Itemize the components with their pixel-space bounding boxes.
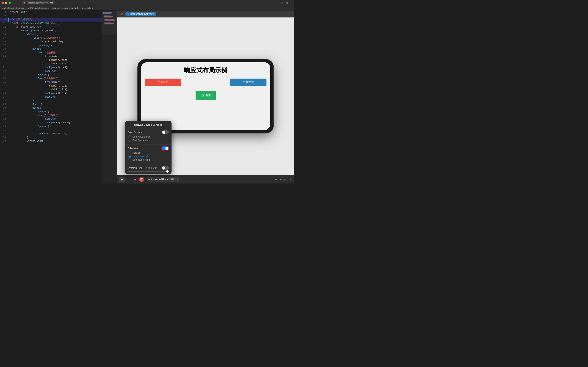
line-content[interactable]: .width * 0.3) xyxy=(9,88,102,92)
line-number: 20 xyxy=(0,55,8,58)
main-area: 8import SwiftUI910/// 响应式视图案例11struct Re… xyxy=(0,10,294,184)
line-content[interactable]: var body: some View { xyxy=(9,25,102,29)
line-content[interactable]: .padding() xyxy=(9,117,102,121)
play-button[interactable]: ▶ xyxy=(119,177,125,182)
landscape-right-radio-dot xyxy=(129,158,131,161)
line-content[interactable]: .padding() xyxy=(9,44,102,47)
line-content[interactable]: VStack { xyxy=(9,33,102,36)
line-content[interactable]: } xyxy=(9,99,102,103)
code-lines[interactable]: 8import SwiftUI910/// 响应式视图案例11struct Re… xyxy=(0,10,102,184)
landscape-left-label: Landscape Left xyxy=(132,155,148,158)
orientation-toggle[interactable] xyxy=(162,146,169,150)
line-number: 34 xyxy=(0,121,8,125)
orientation-section: Orientation Portrait Landscape Left Land… xyxy=(125,144,171,164)
line-content[interactable] xyxy=(9,14,102,18)
line-content[interactable]: import SwiftUI xyxy=(9,10,102,14)
line-content[interactable]: Text("响应式布局示例") xyxy=(9,36,102,40)
sidebar-toggle-icon[interactable]: ◫ xyxy=(289,1,292,4)
code-token: ) xyxy=(57,114,58,117)
line-content[interactable]: .frame(width: xyxy=(9,140,102,143)
line-content[interactable]: .padding(.bottom, 20) xyxy=(9,132,102,136)
line-content[interactable]: Text("左侧视图") xyxy=(9,51,102,55)
line-content[interactable]: Spacer() xyxy=(9,125,102,128)
code-token: () xyxy=(49,44,52,47)
portrait-label: Portrait xyxy=(132,151,140,154)
code-token: { xyxy=(41,107,43,109)
pin-button[interactable]: 📌 xyxy=(119,12,124,16)
device-settings-button[interactable] xyxy=(139,177,144,182)
minimize-button[interactable] xyxy=(5,1,7,4)
line-content[interactable]: .frame(width: xyxy=(9,55,102,58)
code-line: 18 HStack { xyxy=(0,47,102,51)
line-content[interactable]: } xyxy=(9,128,102,132)
dynamic-type-slider[interactable] xyxy=(128,171,169,172)
back-arrow-icon[interactable]: ‹ xyxy=(14,1,17,4)
breadcrumb-sep-3: › xyxy=(79,7,80,9)
line-content[interactable]: .width * 0.3 xyxy=(9,62,102,66)
pause-button[interactable]: ⏸ xyxy=(126,177,131,182)
line-content[interactable]: .background(.blue) xyxy=(9,92,102,95)
code-line: 17 .padding() xyxy=(0,44,102,47)
code-token: () xyxy=(55,96,57,98)
forward-arrow-icon[interactable]: › xyxy=(17,1,21,4)
close-button[interactable] xyxy=(1,1,4,4)
line-number: 30 xyxy=(0,106,8,110)
code-token: SwiftUI xyxy=(20,11,29,14)
code-token: Text xyxy=(10,114,44,117)
line-content[interactable]: struct ResponsiveLayoutView: View { xyxy=(9,22,102,25)
line-content[interactable]: /// 响应式视图案例 xyxy=(9,18,102,22)
code-line: 24 Text("右侧视图") xyxy=(0,77,102,81)
line-content[interactable]: .background(.red) xyxy=(9,66,102,69)
tab-swift-file[interactable]: ◆ ResponsiveLayoutView.swift xyxy=(22,1,55,4)
breadcrumb-item-3[interactable]: ResponsiveLayoutView.swift xyxy=(52,7,79,9)
line-content[interactable]: Text("底部视图") xyxy=(9,114,102,117)
code-token: .padding xyxy=(10,96,55,98)
code-token: { geometry xyxy=(41,29,57,32)
line-content[interactable]: .padding() xyxy=(9,95,102,99)
maximize-button[interactable] xyxy=(8,1,11,4)
dark-radio-dot xyxy=(129,139,131,142)
landscape-left-option[interactable]: Landscape Left xyxy=(129,155,169,158)
line-number: 12 xyxy=(0,25,8,29)
breadcrumb-item-1[interactable]: SwiftUILayoutsExample xyxy=(2,7,24,9)
code-line: 16 .font(.largeTitle) xyxy=(0,40,102,44)
line-content[interactable]: } xyxy=(9,136,102,140)
line-content[interactable]: .frame(width: xyxy=(9,81,102,84)
preview-tab[interactable]: ⬡ ResponsiveLayoutView xyxy=(125,12,156,16)
dark-appearance-option[interactable]: Dark Appearance xyxy=(129,139,169,142)
line-content[interactable]: geometry.size xyxy=(9,58,102,62)
layout-icon[interactable]: ▤ xyxy=(285,1,288,4)
line-content[interactable]: GeometryReader { geometry in xyxy=(9,29,102,33)
landscape-right-option[interactable]: Landscape Right xyxy=(129,158,169,161)
line-content[interactable]: HStack { xyxy=(9,106,102,110)
dynamic-type-toggle[interactable] xyxy=(162,166,169,170)
breadcrumb-item-2[interactable]: SwiftUILayoutsExample xyxy=(27,7,49,9)
light-appearance-option[interactable]: Light Appearance xyxy=(129,135,169,138)
zoom-in-button[interactable]: ⊕ xyxy=(279,177,283,182)
split-icon[interactable]: ⧉ xyxy=(281,1,284,4)
dynamic-type-label: Dynamic Type xyxy=(128,167,142,169)
line-content[interactable]: HStack { xyxy=(9,47,102,51)
line-content[interactable]: Spacer() xyxy=(9,110,102,114)
portrait-option[interactable]: Portrait xyxy=(129,151,169,154)
zoom-fit-button[interactable]: ⊡ xyxy=(283,177,287,182)
zoom-actual-button[interactable]: ↗ xyxy=(288,177,292,182)
tab-label: ResponsiveLayoutView.swift xyxy=(26,1,53,4)
line-content[interactable]: Text("右侧视图") xyxy=(9,77,102,81)
left-box: 左侧视图 xyxy=(145,79,181,86)
grid-button[interactable]: ⊞ xyxy=(132,177,138,182)
device-selector[interactable]: Automatic – iPhone 15 Pro ▾ xyxy=(147,177,179,182)
code-token: red xyxy=(62,66,66,69)
line-number: 13 xyxy=(0,29,8,33)
line-content[interactable]: .padding() xyxy=(9,69,102,73)
code-token: (width: xyxy=(52,81,62,83)
line-content[interactable]: geometry.size xyxy=(9,84,102,88)
line-content[interactable]: .font(.largeTitle) xyxy=(9,40,102,44)
line-content[interactable]: .background(.green) xyxy=(9,121,102,125)
line-content[interactable]: Spacer() xyxy=(9,103,102,106)
line-number: 8 xyxy=(0,10,8,14)
line-content[interactable]: Spacer() xyxy=(9,73,102,77)
zoom-out-button[interactable]: ⊖ xyxy=(274,177,278,182)
color-scheme-toggle[interactable] xyxy=(162,130,169,134)
line-number: 16 xyxy=(0,40,8,44)
